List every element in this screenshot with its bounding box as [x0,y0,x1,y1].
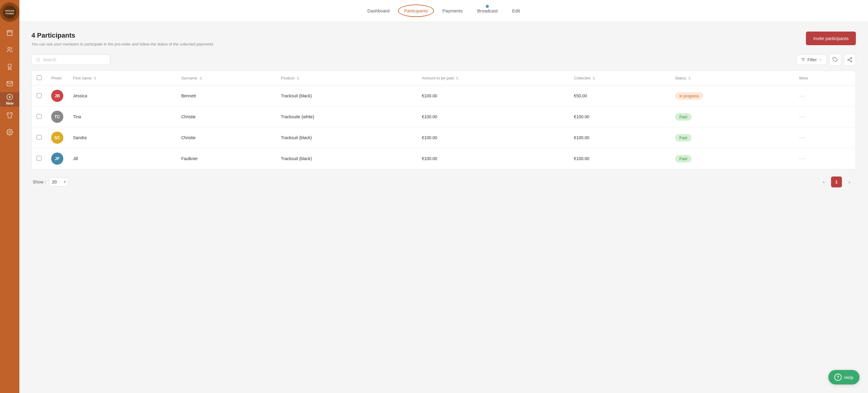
svg-line-19 [849,60,850,61]
status-badge: Paid [675,113,691,121]
firstname-cell: Tina [68,107,176,128]
more-cell[interactable]: ··· [795,107,856,128]
page-1-button[interactable]: 1 [831,176,842,188]
svg-line-11 [39,61,40,61]
avatar-cell: JB [46,85,68,107]
surname-cell: Christie [176,107,276,128]
status-cell: Paid [670,107,795,128]
search-input[interactable] [43,57,106,62]
col-surname[interactable]: Surname ⇅ [176,71,276,85]
svg-point-5 [8,64,11,67]
logo-text: EAGLESFootball [3,5,17,19]
page-header: 4 Participants You can ask your members … [31,31,856,47]
sidebar-item-messages[interactable] [0,75,20,92]
invite-participants-button[interactable]: Invite participants [806,31,856,45]
status-cell: Paid [670,148,795,169]
product-cell: Tracksuit (black) [276,148,417,169]
col-collected[interactable]: Collected ⇅ [569,71,670,85]
col-firstname[interactable]: First name ⇅ [68,71,176,85]
row-checkbox-cell[interactable] [32,85,46,107]
pagination-row: Show : 10 20 50 100 ‹ 1 › [31,176,856,188]
svg-point-18 [850,61,852,62]
collected-cell: €100.00 [569,128,670,148]
status-badge: In progress [675,92,703,100]
more-cell[interactable]: ··· [795,148,856,169]
sidebar-logo[interactable]: EAGLESFootball [0,2,20,22]
more-button[interactable]: ··· [799,93,806,99]
row-checkbox-cell[interactable] [32,148,46,169]
share-icon [847,57,852,62]
more-cell[interactable]: ··· [795,85,856,107]
svg-point-10 [37,58,40,61]
avatar-cell: JF [46,148,68,169]
avatar: JB [51,90,63,102]
status-badge: Paid [675,155,691,163]
more-button[interactable]: ··· [799,135,806,141]
firstname-cell: Jessica [68,85,176,107]
pagination: ‹ 1 › [818,176,855,188]
help-button[interactable]: ? Help [828,370,860,385]
per-page-select-wrap: 10 20 50 100 [49,177,68,187]
avatar: SC [51,132,63,144]
surname-cell: Bennett [176,85,276,107]
sidebar-item-new[interactable]: New [0,92,20,107]
page-subtitle: You can ask your members to participate … [31,42,214,47]
product-cell: Tracksuit (black) [276,128,417,148]
amount-cell: €100.00 [417,128,569,148]
row-checkbox-cell[interactable] [32,107,46,128]
share-button[interactable] [844,54,856,66]
search-box [31,55,110,65]
svg-rect-0 [7,31,12,36]
row-checkbox-cell[interactable] [32,128,46,148]
search-icon [36,57,40,62]
collected-cell: €50.00 [569,85,670,107]
tab-edit[interactable]: Edit [511,6,521,16]
sidebar-item-settings[interactable] [0,124,20,141]
page-title: 4 Participants [31,31,214,39]
collected-cell: €100.00 [569,148,670,169]
sidebar-item-calendar[interactable] [0,24,20,41]
firstname-cell: Sandra [68,128,176,148]
filter-icon [801,57,806,62]
row-checkbox[interactable] [37,135,41,140]
broadcast-tab-wrap: Broadcast [476,8,499,13]
avatar: JF [51,152,63,165]
col-more: More [795,71,856,85]
tab-dashboard[interactable]: Dashboard [366,6,391,16]
prev-page-button[interactable]: ‹ [818,176,829,188]
sidebar-item-members[interactable] [0,41,20,58]
show-label: Show : [33,179,46,185]
row-checkbox[interactable] [37,93,41,98]
tab-broadcast[interactable]: Broadcast [476,6,499,16]
row-checkbox[interactable] [37,156,41,161]
select-all-checkbox[interactable] [37,75,41,80]
status-cell: In progress [670,85,795,107]
page-header-left: 4 Participants You can ask your members … [31,31,214,47]
col-status[interactable]: Status ⇅ [670,71,795,85]
next-page-button[interactable]: › [844,176,855,188]
col-amount[interactable]: Amount to be paid ⇅ [417,71,569,85]
topnav-tabs: Dashboard Participants Payments Broadcas… [366,6,521,16]
filter-button[interactable]: Filter [796,55,827,65]
tag-filter-button[interactable] [829,54,841,66]
amount-cell: €100.00 [417,107,569,128]
help-icon: ? [834,373,842,381]
tag-icon [833,57,838,62]
per-page-select[interactable]: 10 20 50 100 [49,177,68,187]
sidebar-item-awards[interactable] [0,58,20,75]
row-checkbox[interactable] [37,114,41,119]
toolbar: Filter [31,54,856,66]
toolbar-right: Filter [796,54,856,66]
svg-point-9 [9,131,10,133]
more-button[interactable]: ··· [799,156,806,162]
tab-payments[interactable]: Payments [441,6,464,16]
more-button[interactable]: ··· [799,114,806,120]
sidebar-item-shop[interactable] [0,107,20,124]
more-cell[interactable]: ··· [795,128,856,148]
select-all-header[interactable] [32,71,46,85]
tab-participants[interactable]: Participants [403,6,429,16]
chevron-down-icon [818,58,822,61]
page-content: 4 Participants You can ask your members … [20,22,868,393]
sidebar: EAGLESFootball New [0,0,20,393]
col-product[interactable]: Product ⇅ [276,71,417,85]
